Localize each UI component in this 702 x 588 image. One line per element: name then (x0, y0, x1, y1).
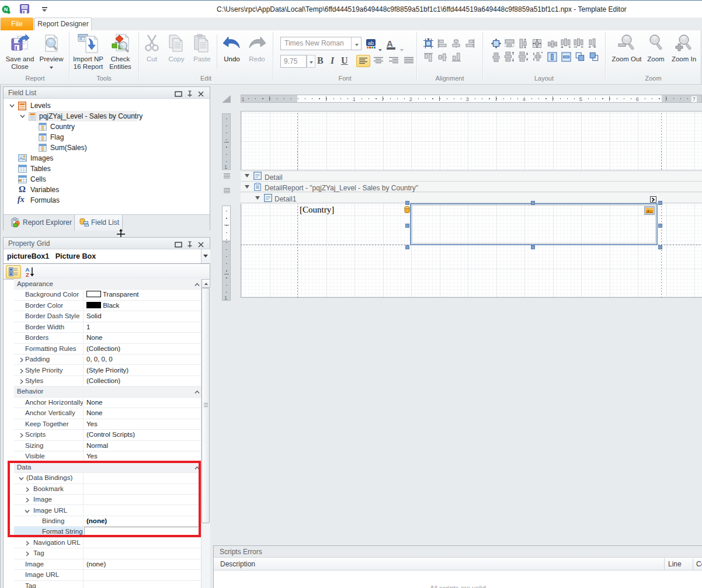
svg-text:Z: Z (26, 272, 29, 277)
svg-text:N: N (4, 6, 8, 12)
svg-text:ab: ab (368, 40, 374, 46)
